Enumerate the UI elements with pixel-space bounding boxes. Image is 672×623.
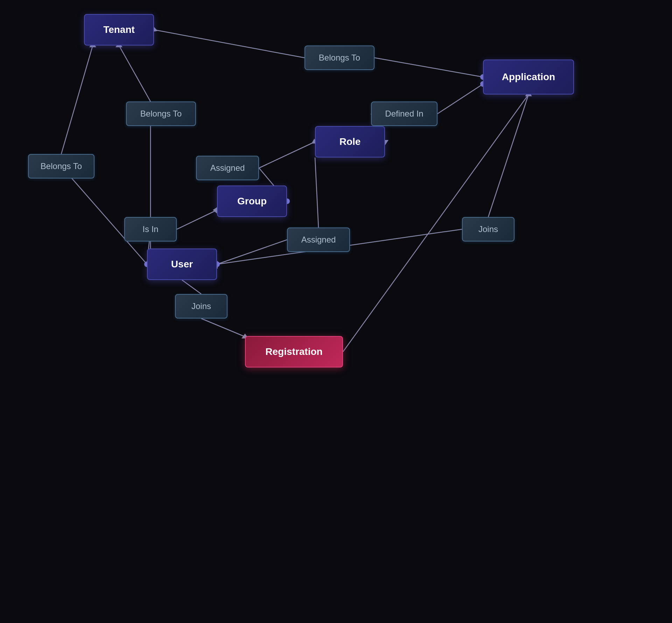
svg-line-6 [488, 94, 528, 217]
node-assigned-2[interactable]: Assigned [287, 227, 350, 252]
svg-line-9 [119, 46, 150, 102]
svg-line-11 [61, 46, 93, 154]
node-group[interactable]: Group [217, 186, 287, 217]
svg-line-24 [182, 280, 201, 294]
svg-line-1 [154, 30, 304, 58]
node-tenant[interactable]: Tenant [84, 14, 154, 46]
node-belongs-to-1[interactable]: Belongs To [304, 46, 374, 70]
svg-line-3 [438, 84, 483, 114]
node-joins-2[interactable]: Joins [462, 217, 514, 241]
node-is-in[interactable]: Is In [124, 217, 177, 241]
svg-line-17 [217, 240, 287, 264]
node-registration[interactable]: Registration [245, 336, 343, 368]
node-belongs-to-2[interactable]: Belongs To [126, 102, 196, 126]
node-application[interactable]: Application [483, 59, 574, 94]
svg-line-14 [259, 142, 315, 168]
svg-marker-21 [213, 207, 217, 214]
svg-line-20 [177, 210, 217, 229]
node-user[interactable]: User [147, 248, 217, 280]
node-joins-1[interactable]: Joins [175, 294, 227, 318]
node-belongs-to-3[interactable]: Belongs To [28, 154, 94, 178]
svg-line-23 [61, 166, 147, 264]
diagram-container: Tenant Application Role Group User Regis… [0, 0, 672, 623]
node-defined-in[interactable]: Defined In [371, 102, 438, 126]
svg-line-16 [315, 158, 318, 227]
svg-line-25 [201, 318, 245, 337]
svg-line-0 [374, 58, 483, 77]
node-assigned-1[interactable]: Assigned [196, 156, 259, 180]
node-role[interactable]: Role [315, 126, 385, 158]
